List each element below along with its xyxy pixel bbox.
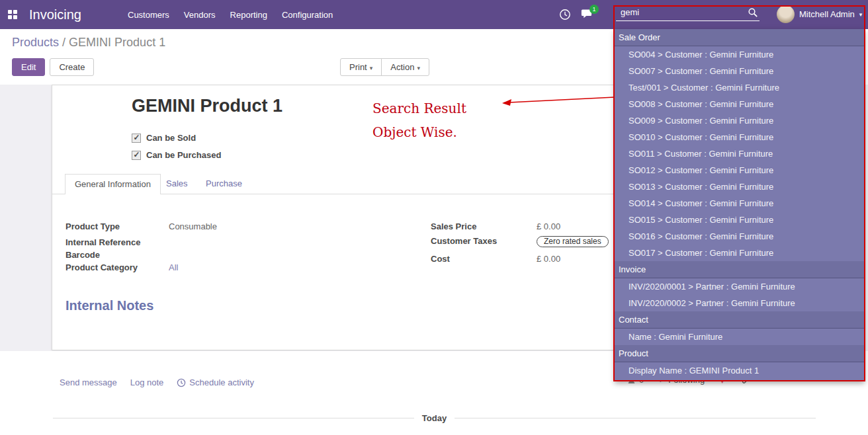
can-be-purchased-row: Can be Purchased bbox=[132, 150, 221, 160]
search-result-item[interactable]: INV/2020/0002 > Partner : Gemini Furnitu… bbox=[615, 295, 865, 311]
activities-clock-icon[interactable] bbox=[559, 9, 571, 23]
breadcrumb-products-link[interactable]: Products bbox=[12, 36, 59, 49]
create-button[interactable]: Create bbox=[50, 58, 94, 76]
date-divider-label: Today bbox=[422, 413, 447, 423]
search-result-item[interactable]: SO014 > Customer : Gemini Furniture bbox=[615, 195, 865, 212]
nav-item-reporting[interactable]: Reporting bbox=[230, 10, 267, 20]
search-result-item[interactable]: SO013 > Customer : Gemini Furniture bbox=[615, 178, 865, 195]
internal-reference-row: Internal Reference bbox=[65, 237, 169, 249]
search-result-item[interactable]: SO016 > Customer : Gemini Furniture bbox=[615, 228, 865, 245]
clock-icon bbox=[177, 378, 186, 387]
can-be-sold-row: Can be Sold bbox=[132, 133, 196, 143]
nav-item-customers[interactable]: Customers bbox=[128, 10, 169, 20]
barcode-row: Barcode bbox=[65, 249, 169, 262]
tab-general-information[interactable]: General Information bbox=[65, 174, 161, 194]
annotation-text: Search Result Object Wise. bbox=[372, 97, 466, 144]
can-be-purchased-checkbox[interactable] bbox=[132, 151, 141, 160]
chevron-down-icon: ▾ bbox=[417, 65, 420, 71]
search-result-item[interactable]: Name : Gemini Furniture bbox=[615, 329, 865, 345]
date-divider: Today bbox=[53, 413, 816, 423]
cost-value: £ 0.00 bbox=[537, 254, 560, 264]
search-result-item[interactable]: Display Name : GEMINI Product 1 bbox=[615, 362, 865, 379]
search-result-item[interactable]: SO012 > Customer : Gemini Furniture bbox=[615, 162, 865, 178]
breadcrumb: Products / GEMINI Product 1 bbox=[12, 36, 165, 50]
search-result-item[interactable]: SO017 > Customer : Gemini Furniture bbox=[615, 245, 865, 261]
global-search-box bbox=[616, 5, 760, 21]
search-result-item[interactable]: SO004 > Customer : Gemini Furniture bbox=[615, 46, 865, 63]
nav-item-vendors[interactable]: Vendors bbox=[184, 10, 216, 20]
search-result-item[interactable]: SO015 > Customer : Gemini Furniture bbox=[615, 212, 865, 228]
tab-sales[interactable]: Sales bbox=[166, 174, 188, 194]
search-icon[interactable] bbox=[748, 7, 758, 20]
user-menu[interactable]: Mitchell Admin ▾ bbox=[777, 5, 862, 23]
product-category-value[interactable]: All bbox=[169, 262, 178, 272]
breadcrumb-separator: / bbox=[62, 36, 65, 49]
sales-price-value: £ 0.00 bbox=[537, 221, 560, 231]
search-result-item[interactable]: SO011 > Customer : Gemini Furniture bbox=[615, 145, 865, 162]
user-name: Mitchell Admin bbox=[799, 9, 855, 19]
internal-notes-heading: Internal Notes bbox=[65, 298, 153, 313]
schedule-activity-link[interactable]: Schedule activity bbox=[177, 377, 254, 387]
product-category-row: Product CategoryAll bbox=[65, 262, 178, 274]
print-dropdown-button[interactable]: Print▾ bbox=[340, 58, 382, 76]
apps-grid-icon[interactable] bbox=[8, 10, 17, 19]
product-type-value: Consumable bbox=[169, 221, 217, 231]
log-note-link[interactable]: Log note bbox=[130, 377, 164, 387]
sales-price-row: Sales Price£ 0.00 bbox=[431, 221, 560, 233]
cost-row: Cost£ 0.00 bbox=[431, 253, 560, 266]
product-type-row: Product TypeConsumable bbox=[65, 221, 217, 233]
top-navbar: Invoicing Customers Vendors Reporting Co… bbox=[0, 0, 868, 29]
can-be-sold-checkbox[interactable] bbox=[132, 134, 141, 143]
search-input[interactable] bbox=[616, 5, 738, 19]
breadcrumb-current: GEMINI Product 1 bbox=[69, 36, 165, 49]
search-group-header: Sale Order bbox=[615, 29, 865, 46]
user-avatar bbox=[777, 5, 795, 23]
search-result-item[interactable]: Test/001 > Customer : Gemini Furniture bbox=[615, 79, 865, 96]
search-group-header: Contact bbox=[615, 311, 865, 329]
search-result-item[interactable]: SO009 > Customer : Gemini Furniture bbox=[615, 112, 865, 129]
search-result-item[interactable]: SO010 > Customer : Gemini Furniture bbox=[615, 129, 865, 145]
action-dropdown-button[interactable]: Action▾ bbox=[381, 58, 429, 76]
customer-taxes-tag[interactable]: Zero rated sales bbox=[537, 236, 609, 247]
chevron-down-icon: ▾ bbox=[370, 65, 373, 71]
search-result-item[interactable]: SO008 > Customer : Gemini Furniture bbox=[615, 96, 865, 112]
can-be-purchased-label: Can be Purchased bbox=[146, 150, 221, 160]
edit-button[interactable]: Edit bbox=[12, 58, 45, 76]
can-be-sold-label: Can be Sold bbox=[146, 133, 196, 143]
customer-taxes-row: Customer TaxesZero rated sales bbox=[431, 235, 609, 248]
search-results-dropdown: Sale OrderSO004 > Customer : Gemini Furn… bbox=[615, 29, 865, 381]
app-title[interactable]: Invoicing bbox=[29, 0, 81, 29]
nav-item-configuration[interactable]: Configuration bbox=[282, 10, 333, 20]
messages-count-badge: 1 bbox=[589, 5, 599, 14]
search-result-item[interactable]: INV/2020/0001 > Partner : Gemini Furnitu… bbox=[615, 278, 865, 295]
chevron-down-icon: ▾ bbox=[859, 11, 863, 18]
page-title: GEMINI Product 1 bbox=[132, 96, 282, 116]
search-group-header: Invoice bbox=[615, 261, 865, 278]
search-result-item[interactable]: SO007 > Customer : Gemini Furniture bbox=[615, 63, 865, 79]
send-message-link[interactable]: Send message bbox=[60, 377, 117, 387]
tab-purchase[interactable]: Purchase bbox=[206, 174, 242, 194]
main-menu: Customers Vendors Reporting Configuratio… bbox=[128, 0, 333, 29]
search-group-header: Product bbox=[615, 345, 865, 362]
messages-bubble-icon[interactable]: 1 bbox=[581, 9, 594, 22]
